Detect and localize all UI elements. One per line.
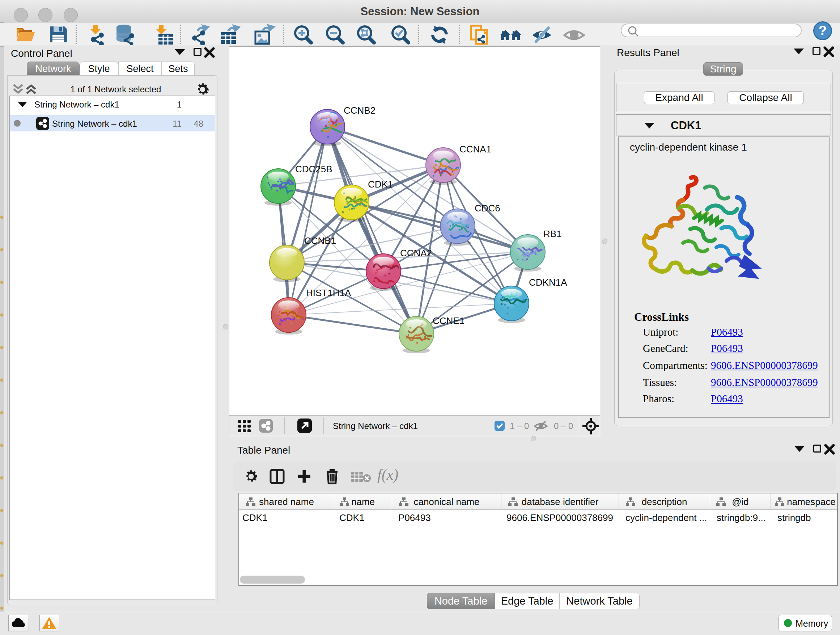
svg-text:CCNE1: CCNE1	[433, 315, 464, 326]
svg-text:CDC6: CDC6	[475, 203, 500, 214]
svg-text:CCNB1: CCNB1	[304, 235, 336, 246]
svg-text:CDKN1A: CDKN1A	[529, 277, 567, 288]
svg-text:CDC25B: CDC25B	[295, 164, 332, 174]
svg-text:CCNA1: CCNA1	[459, 144, 491, 155]
svg-text:HIST1H1A: HIST1H1A	[306, 287, 351, 298]
svg-text:CCNA2: CCNA2	[400, 248, 432, 258]
svg-text:RB1: RB1	[543, 228, 562, 239]
svg-text:CDK1: CDK1	[368, 179, 393, 190]
svg-text:CCNB2: CCNB2	[344, 105, 376, 116]
